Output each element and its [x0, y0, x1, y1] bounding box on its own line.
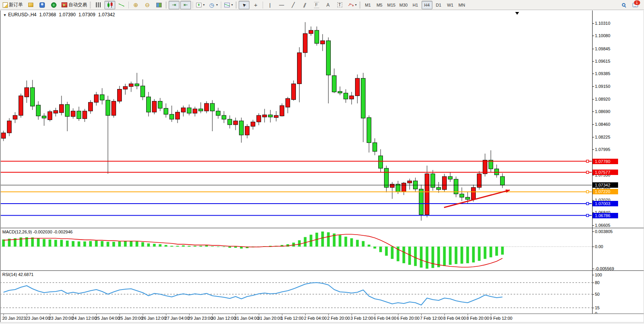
timeframe-h4-button[interactable]: H4: [422, 1, 432, 9]
templates-button[interactable]: ▾: [223, 1, 234, 9]
resistance-line-1-handle[interactable]: [586, 160, 589, 163]
candle: [152, 99, 157, 114]
time-axis-tick: [27, 314, 27, 315]
equidistant-channel-button[interactable]: ∥: [299, 1, 310, 9]
time-axis-tick: [120, 314, 120, 315]
candle: [234, 118, 238, 130]
resistance-line-2-handle[interactable]: [586, 171, 589, 173]
autotrading-button[interactable]: ▶自动交易: [60, 1, 89, 9]
arrows-button[interactable]: ↗↘▾: [346, 1, 358, 9]
timeframe-w1-button[interactable]: W1: [445, 1, 456, 9]
chart-shift-marker[interactable]: [515, 12, 519, 15]
time-axis-tick: [236, 314, 236, 315]
bar-chart-button[interactable]: [93, 1, 104, 9]
text-icon: A: [325, 2, 331, 8]
candle: [303, 22, 307, 57]
macd-bar: [211, 246, 214, 247]
fibonacci-button[interactable]: F: [311, 1, 322, 9]
support-line-2-handle[interactable]: [586, 214, 589, 217]
zoom-in-button[interactable]: ⊕: [130, 1, 141, 9]
macd-bar: [188, 246, 191, 247]
community-icon: [39, 2, 45, 8]
macd-bar: [153, 244, 156, 247]
candle: [367, 115, 371, 153]
tile-windows-icon: [156, 3, 162, 7]
new-order-button[interactable]: 新订单: [1, 1, 24, 9]
candle: [297, 47, 302, 102]
rsi-panel-canvas[interactable]: [0, 271, 593, 314]
signals-button[interactable]: [48, 1, 59, 9]
time-axis-label: 2 Feb 20:00: [327, 316, 350, 321]
candle: [60, 96, 64, 115]
chevron-down-icon: ▾: [203, 3, 205, 7]
price-axis-tick: [593, 200, 594, 201]
time-axis-label: 31 Jan 04:00: [234, 316, 259, 321]
price-axis-label: 1.09150: [595, 84, 610, 89]
candle: [158, 98, 162, 111]
periods-button[interactable]: ◷▾: [207, 1, 219, 9]
vertical-line-button[interactable]: |: [265, 1, 275, 9]
rsi-label: RSI(14) 42.6871: [2, 272, 34, 277]
rsi-axis-label: 100: [595, 273, 602, 277]
auto-scroll-button[interactable]: ⇥: [169, 1, 179, 9]
horizontal-line-button[interactable]: —: [276, 1, 287, 9]
candle: [65, 102, 70, 131]
crosshair-button[interactable]: +: [250, 1, 261, 9]
macd-axis-label: 0.003805: [595, 229, 613, 234]
text-label-button[interactable]: T: [334, 1, 345, 9]
time-axis-label: 31 Jan 20:00: [258, 316, 282, 321]
auto-scroll-icon: ⇥: [171, 2, 177, 8]
price-axis-tick: [593, 149, 594, 150]
time-axis-label: 6 Feb 20:00: [397, 316, 420, 321]
chat-button[interactable]: 1: [630, 1, 641, 9]
timeframe-h1-button[interactable]: H1: [410, 1, 421, 9]
main-chart-canvas[interactable]: [0, 10, 593, 228]
macd-bar: [379, 247, 382, 252]
support-line-1-handle[interactable]: [586, 202, 589, 205]
macd-bar: [89, 241, 92, 247]
macd-bar: [362, 241, 365, 247]
candle: [112, 99, 116, 118]
pivot-line-handle[interactable]: [586, 190, 589, 193]
macd-panel-canvas[interactable]: [0, 228, 593, 270]
cursor-button[interactable]: ➤: [239, 1, 249, 9]
macd-bar: [55, 240, 57, 247]
price-axis-tick: [593, 111, 594, 112]
market-watch-button[interactable]: [25, 1, 36, 9]
price-axis-label: 1.07995: [595, 147, 610, 152]
text-button[interactable]: A: [323, 1, 333, 9]
timeframe-m1-button[interactable]: M1: [362, 1, 373, 9]
time-axis-label: 26 Jan 12:00: [142, 316, 166, 321]
candle: [495, 165, 499, 178]
candlestick-chart-icon: [108, 2, 113, 8]
line-chart-button[interactable]: [116, 1, 127, 9]
zoom-in-icon: ⊕: [133, 2, 139, 8]
candle: [315, 26, 319, 45]
timeframe-mn-button[interactable]: MN: [456, 1, 467, 9]
timeframe-m15-button[interactable]: M15: [386, 1, 397, 9]
add-indicator-button[interactable]: +▾: [195, 1, 206, 9]
chart-shift-button[interactable]: ⇤: [180, 1, 191, 9]
search-button[interactable]: [618, 1, 629, 9]
zoom-out-button[interactable]: ⊖: [142, 1, 153, 9]
macd-bar: [113, 242, 115, 247]
candle: [71, 108, 75, 119]
symbol-dropdown-icon[interactable]: ▼: [3, 13, 7, 17]
tile-windows-button[interactable]: [154, 1, 164, 9]
candle: [54, 108, 58, 117]
timeframe-m30-button[interactable]: M30: [398, 1, 409, 9]
community-button[interactable]: [37, 1, 48, 9]
time-axis[interactable]: 20 Jan 202323 Jan 04:0023 Jan 20:0024 Ja…: [0, 314, 644, 322]
time-axis-label: 25 Jan 20:00: [118, 316, 143, 321]
candle: [89, 100, 93, 114]
candle: [118, 86, 122, 103]
timeframe-m5-button[interactable]: M5: [374, 1, 385, 9]
candlestick-chart-button[interactable]: [104, 1, 115, 9]
new-order-button-label: 新订单: [9, 2, 23, 8]
time-axis-tick: [282, 314, 282, 315]
timeframe-h1-button-label: H1: [413, 3, 418, 7]
time-axis-tick: [96, 314, 97, 315]
timeframe-d1-button[interactable]: D1: [433, 1, 444, 9]
time-axis-tick: [259, 314, 259, 315]
trendline-button[interactable]: ╱: [288, 1, 299, 9]
